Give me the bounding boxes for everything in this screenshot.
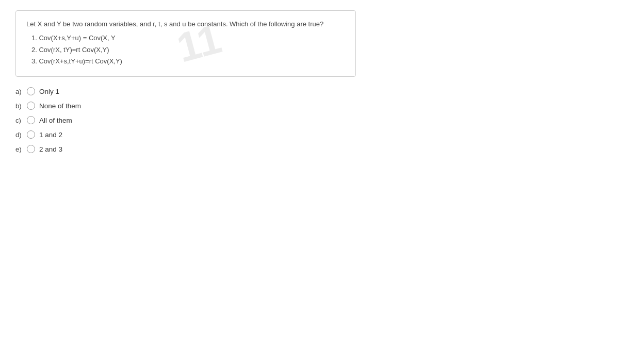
- option-c-letter: c): [15, 117, 27, 124]
- option-e[interactable]: e) 2 and 3: [15, 145, 604, 153]
- question-item-1: 1. Cov(X+s,Y+u) = Cov(X, Y: [31, 33, 345, 44]
- option-e-letter: e): [15, 145, 27, 153]
- option-b-letter: b): [15, 102, 27, 110]
- question-intro: Let X and Y be two random variables, and…: [26, 19, 345, 30]
- option-a[interactable]: a) Only 1: [15, 87, 604, 95]
- option-d[interactable]: d) 1 and 2: [15, 130, 604, 139]
- option-e-radio[interactable]: [27, 145, 35, 153]
- option-c-label: All of them: [39, 117, 72, 124]
- page-container: Let X and Y be two random variables, and…: [0, 0, 619, 170]
- question-item-2: 2. Cov(rX, tY)=rt Cov(X,Y): [31, 45, 345, 56]
- option-b-radio[interactable]: [27, 102, 35, 110]
- options-container: a) Only 1 b) None of them c) All of them…: [15, 87, 604, 153]
- option-e-label: 2 and 3: [39, 145, 62, 153]
- question-text: Let X and Y be two random variables, and…: [26, 19, 345, 67]
- option-a-radio[interactable]: [27, 87, 35, 95]
- option-a-letter: a): [15, 88, 27, 95]
- option-d-radio[interactable]: [27, 130, 35, 139]
- option-c-radio[interactable]: [27, 116, 35, 124]
- option-d-label: 1 and 2: [39, 131, 62, 139]
- option-c[interactable]: c) All of them: [15, 116, 604, 124]
- option-b-label: None of them: [39, 102, 81, 110]
- option-d-letter: d): [15, 131, 27, 139]
- question-box: Let X and Y be two random variables, and…: [15, 10, 356, 77]
- option-b[interactable]: b) None of them: [15, 102, 604, 110]
- question-item-3: 3. Cov(rX+s,tY+u)=rt Cov(X,Y): [31, 56, 345, 67]
- option-a-label: Only 1: [39, 88, 59, 95]
